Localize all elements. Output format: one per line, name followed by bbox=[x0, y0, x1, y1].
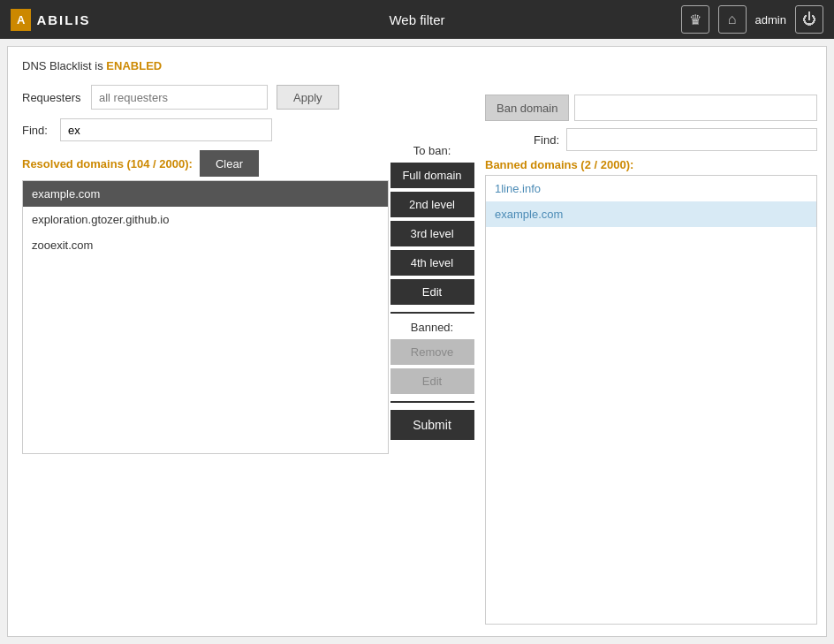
find-right-input[interactable] bbox=[566, 128, 817, 151]
ban-domain-button[interactable]: Ban domain bbox=[485, 95, 569, 121]
logo-name: ABILIS bbox=[36, 12, 90, 27]
banned-list-item[interactable]: example.com bbox=[486, 201, 816, 227]
find-right-label: Find: bbox=[485, 133, 559, 147]
banned-label: Banned: bbox=[411, 321, 453, 334]
app-header: A ABILIS Web filter ♛ ⌂ admin ⏻ bbox=[0, 0, 834, 39]
header-actions: ♛ ⌂ admin ⏻ bbox=[681, 5, 823, 34]
remove-button: Remove bbox=[390, 339, 474, 365]
logout-icon[interactable]: ⏻ bbox=[795, 5, 823, 34]
ban-domain-row: Ban domain bbox=[485, 95, 817, 121]
dns-status-value: ENABLED bbox=[106, 59, 162, 72]
clear-button[interactable]: Clear bbox=[200, 150, 259, 177]
domain-list: example.comexploration.gtozer.github.ioz… bbox=[22, 180, 389, 454]
logo-icon: A bbox=[11, 9, 31, 31]
4th-level-button[interactable]: 4th level bbox=[390, 250, 474, 276]
main-content: DNS Blacklist is ENABLED Requesters Appl… bbox=[7, 46, 827, 637]
find-input[interactable] bbox=[60, 118, 272, 141]
list-item[interactable]: exploration.gtozer.github.io bbox=[23, 207, 388, 232]
crown-icon[interactable]: ♛ bbox=[681, 5, 709, 34]
separator-2 bbox=[390, 401, 474, 403]
to-ban-edit-button[interactable]: Edit bbox=[390, 279, 474, 305]
3rd-level-button[interactable]: 3rd level bbox=[390, 221, 474, 246]
full-domain-button[interactable]: Full domain bbox=[390, 163, 474, 188]
resolved-label: Resolved domains (104 / 2000): bbox=[22, 157, 193, 170]
find-label: Find: bbox=[22, 124, 53, 137]
separator-1 bbox=[390, 312, 474, 314]
middle-column: To ban: Full domain 2nd level 3rd level … bbox=[388, 144, 476, 440]
dns-status: DNS Blacklist is ENABLED bbox=[22, 59, 812, 72]
2nd-level-button[interactable]: 2nd level bbox=[390, 192, 474, 217]
list-item[interactable]: example.com bbox=[23, 181, 388, 207]
list-item[interactable]: zooexit.com bbox=[23, 232, 388, 258]
to-ban-label: To ban: bbox=[413, 144, 451, 157]
find-right-row: Find: bbox=[485, 128, 817, 151]
logo: A ABILIS bbox=[11, 9, 91, 31]
dns-label: DNS Blacklist is bbox=[22, 59, 106, 72]
admin-label: admin bbox=[755, 13, 786, 27]
home-icon[interactable]: ⌂ bbox=[718, 5, 747, 34]
right-column: Ban domain Find: Banned domains (2 / 200… bbox=[485, 95, 817, 624]
banned-list-item[interactable]: 1line.info bbox=[486, 176, 816, 201]
ban-domain-input[interactable] bbox=[574, 95, 817, 121]
page-title: Web filter bbox=[389, 12, 444, 27]
requesters-input[interactable] bbox=[91, 85, 268, 110]
banned-domain-list: 1line.infoexample.com bbox=[485, 175, 817, 625]
submit-button[interactable]: Submit bbox=[390, 410, 474, 440]
requesters-label: Requesters bbox=[22, 91, 84, 104]
banned-domains-header: Banned domains (2 / 2000): bbox=[485, 158, 817, 171]
apply-button[interactable]: Apply bbox=[277, 85, 339, 110]
banned-edit-button: Edit bbox=[390, 368, 474, 394]
